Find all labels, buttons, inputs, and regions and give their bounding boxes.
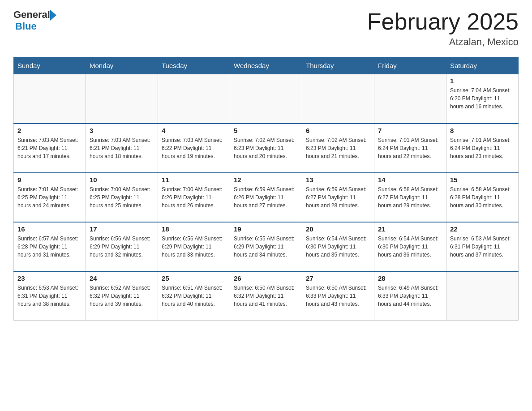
day-number: 4	[162, 127, 226, 134]
logo-blue-text: Blue	[15, 21, 56, 32]
logo-general-text: General	[13, 9, 50, 21]
day-number: 26	[234, 274, 298, 282]
calendar-header-row: SundayMondayTuesdayWednesdayThursdayFrid…	[14, 57, 519, 74]
day-info: Sunrise: 6:58 AM Sunset: 6:27 PM Dayligh…	[378, 185, 442, 210]
calendar-cell: 14Sunrise: 6:58 AM Sunset: 6:27 PM Dayli…	[374, 173, 446, 222]
calendar-cell: 24Sunrise: 6:52 AM Sunset: 6:32 PM Dayli…	[86, 271, 158, 321]
location-title: Atzalan, Mexico	[367, 36, 519, 48]
day-info: Sunrise: 6:56 AM Sunset: 6:29 PM Dayligh…	[90, 235, 154, 259]
column-header-sunday: Sunday	[14, 57, 86, 74]
calendar-cell: 2Sunrise: 7:03 AM Sunset: 6:21 PM Daylig…	[14, 124, 86, 173]
calendar-cell: 21Sunrise: 6:54 AM Sunset: 6:30 PM Dayli…	[374, 222, 446, 271]
calendar-cell: 11Sunrise: 7:00 AM Sunset: 6:26 PM Dayli…	[158, 173, 230, 222]
day-info: Sunrise: 7:01 AM Sunset: 6:25 PM Dayligh…	[17, 185, 82, 210]
day-number: 6	[306, 127, 370, 134]
day-info: Sunrise: 6:49 AM Sunset: 6:33 PM Dayligh…	[378, 284, 442, 308]
day-number: 13	[306, 176, 370, 184]
day-number: 3	[90, 127, 154, 134]
day-number: 15	[450, 176, 515, 184]
calendar-cell: 19Sunrise: 6:55 AM Sunset: 6:29 PM Dayli…	[230, 222, 302, 271]
calendar-cell	[446, 271, 519, 321]
calendar-cell	[158, 74, 230, 124]
day-number: 20	[306, 225, 370, 233]
day-info: Sunrise: 6:58 AM Sunset: 6:28 PM Dayligh…	[450, 185, 515, 210]
day-info: Sunrise: 6:57 AM Sunset: 6:28 PM Dayligh…	[17, 235, 82, 259]
calendar-week-row: 2Sunrise: 7:03 AM Sunset: 6:21 PM Daylig…	[14, 124, 519, 173]
calendar-cell: 4Sunrise: 7:03 AM Sunset: 6:22 PM Daylig…	[158, 124, 230, 173]
column-header-tuesday: Tuesday	[158, 57, 230, 74]
day-number: 23	[17, 274, 82, 282]
calendar-cell: 15Sunrise: 6:58 AM Sunset: 6:28 PM Dayli…	[446, 173, 519, 222]
column-header-saturday: Saturday	[446, 57, 519, 74]
day-info: Sunrise: 6:54 AM Sunset: 6:30 PM Dayligh…	[306, 235, 370, 259]
day-info: Sunrise: 6:53 AM Sunset: 6:31 PM Dayligh…	[450, 235, 515, 259]
calendar-cell: 12Sunrise: 6:59 AM Sunset: 6:26 PM Dayli…	[230, 173, 302, 222]
calendar-cell: 5Sunrise: 7:02 AM Sunset: 6:23 PM Daylig…	[230, 124, 302, 173]
calendar-week-row: 9Sunrise: 7:01 AM Sunset: 6:25 PM Daylig…	[14, 173, 519, 222]
title-section: February 2025 Atzalan, Mexico	[367, 9, 519, 48]
day-info: Sunrise: 6:51 AM Sunset: 6:32 PM Dayligh…	[162, 284, 226, 308]
calendar-cell	[302, 74, 374, 124]
day-info: Sunrise: 6:55 AM Sunset: 6:29 PM Dayligh…	[234, 235, 298, 259]
day-info: Sunrise: 7:01 AM Sunset: 6:24 PM Dayligh…	[378, 136, 442, 160]
calendar-cell: 10Sunrise: 7:00 AM Sunset: 6:25 PM Dayli…	[86, 173, 158, 222]
calendar-cell: 9Sunrise: 7:01 AM Sunset: 6:25 PM Daylig…	[14, 173, 86, 222]
day-info: Sunrise: 7:03 AM Sunset: 6:21 PM Dayligh…	[17, 136, 82, 160]
day-info: Sunrise: 6:59 AM Sunset: 6:26 PM Dayligh…	[234, 185, 298, 210]
calendar-cell: 16Sunrise: 6:57 AM Sunset: 6:28 PM Dayli…	[14, 222, 86, 271]
column-header-monday: Monday	[86, 57, 158, 74]
column-header-friday: Friday	[374, 57, 446, 74]
calendar-cell: 13Sunrise: 6:59 AM Sunset: 6:27 PM Dayli…	[302, 173, 374, 222]
calendar-cell: 28Sunrise: 6:49 AM Sunset: 6:33 PM Dayli…	[374, 271, 446, 321]
day-info: Sunrise: 7:00 AM Sunset: 6:26 PM Dayligh…	[162, 185, 226, 210]
logo: General Blue	[13, 9, 56, 32]
day-number: 12	[234, 176, 298, 184]
calendar-cell: 18Sunrise: 6:56 AM Sunset: 6:29 PM Dayli…	[158, 222, 230, 271]
day-number: 16	[17, 225, 82, 233]
day-info: Sunrise: 6:53 AM Sunset: 6:31 PM Dayligh…	[17, 284, 82, 308]
day-info: Sunrise: 6:50 AM Sunset: 6:32 PM Dayligh…	[234, 284, 298, 308]
day-info: Sunrise: 7:02 AM Sunset: 6:23 PM Dayligh…	[306, 136, 370, 160]
calendar-cell	[86, 74, 158, 124]
day-info: Sunrise: 6:54 AM Sunset: 6:30 PM Dayligh…	[378, 235, 442, 259]
day-number: 14	[378, 176, 442, 184]
calendar-cell: 1Sunrise: 7:04 AM Sunset: 6:20 PM Daylig…	[446, 74, 519, 124]
page-header: General Blue February 2025 Atzalan, Mexi…	[13, 9, 519, 48]
day-info: Sunrise: 7:02 AM Sunset: 6:23 PM Dayligh…	[234, 136, 298, 160]
day-number: 17	[90, 225, 154, 233]
calendar-cell: 22Sunrise: 6:53 AM Sunset: 6:31 PM Dayli…	[446, 222, 519, 271]
day-info: Sunrise: 7:03 AM Sunset: 6:21 PM Dayligh…	[90, 136, 154, 160]
month-title: February 2025	[367, 9, 519, 34]
day-info: Sunrise: 6:56 AM Sunset: 6:29 PM Dayligh…	[162, 235, 226, 259]
day-number: 5	[234, 127, 298, 134]
day-number: 22	[450, 225, 515, 233]
day-number: 19	[234, 225, 298, 233]
calendar-week-row: 16Sunrise: 6:57 AM Sunset: 6:28 PM Dayli…	[14, 222, 519, 271]
calendar-cell: 20Sunrise: 6:54 AM Sunset: 6:30 PM Dayli…	[302, 222, 374, 271]
day-number: 21	[378, 225, 442, 233]
day-number: 24	[90, 274, 154, 282]
day-number: 10	[90, 176, 154, 184]
day-info: Sunrise: 6:59 AM Sunset: 6:27 PM Dayligh…	[306, 185, 370, 210]
calendar-cell	[230, 74, 302, 124]
calendar-week-row: 23Sunrise: 6:53 AM Sunset: 6:31 PM Dayli…	[14, 271, 519, 321]
calendar-cell: 7Sunrise: 7:01 AM Sunset: 6:24 PM Daylig…	[374, 124, 446, 173]
logo-arrow-icon	[50, 10, 56, 21]
calendar-cell: 6Sunrise: 7:02 AM Sunset: 6:23 PM Daylig…	[302, 124, 374, 173]
calendar-cell: 3Sunrise: 7:03 AM Sunset: 6:21 PM Daylig…	[86, 124, 158, 173]
day-info: Sunrise: 7:03 AM Sunset: 6:22 PM Dayligh…	[162, 136, 226, 160]
day-info: Sunrise: 7:00 AM Sunset: 6:25 PM Dayligh…	[90, 185, 154, 210]
day-number: 9	[17, 176, 82, 184]
day-number: 11	[162, 176, 226, 184]
day-number: 28	[378, 274, 442, 282]
calendar-cell: 8Sunrise: 7:01 AM Sunset: 6:24 PM Daylig…	[446, 124, 519, 173]
calendar-cell: 23Sunrise: 6:53 AM Sunset: 6:31 PM Dayli…	[14, 271, 86, 321]
calendar-week-row: 1Sunrise: 7:04 AM Sunset: 6:20 PM Daylig…	[14, 74, 519, 124]
day-number: 1	[450, 77, 515, 85]
calendar-cell: 25Sunrise: 6:51 AM Sunset: 6:32 PM Dayli…	[158, 271, 230, 321]
calendar-cell: 17Sunrise: 6:56 AM Sunset: 6:29 PM Dayli…	[86, 222, 158, 271]
day-number: 25	[162, 274, 226, 282]
calendar-cell	[374, 74, 446, 124]
column-header-thursday: Thursday	[302, 57, 374, 74]
day-info: Sunrise: 7:04 AM Sunset: 6:20 PM Dayligh…	[450, 86, 515, 111]
